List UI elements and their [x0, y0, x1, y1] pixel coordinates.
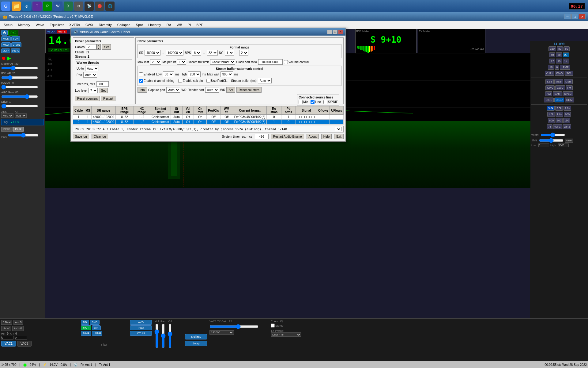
- mode-usb[interactable]: USB: [554, 79, 563, 84]
- master-af-slider[interactable]: [1, 66, 38, 71]
- mute-button[interactable]: MUTE: [57, 30, 67, 33]
- exit-btn[interactable]: Exit: [334, 134, 344, 139]
- bps-min-select[interactable]: 8: [192, 50, 201, 56]
- mode-digu[interactable]: DIGU: [554, 98, 564, 102]
- band-wwv[interactable]: WWV: [555, 71, 564, 76]
- stream-buf-ms-select[interactable]: Auto: [258, 78, 272, 83]
- maximize-button[interactable]: □: [571, 14, 578, 19]
- vol-control-label[interactable]: Volume control: [284, 60, 309, 64]
- nc-max-select[interactable]: 2: [239, 50, 248, 56]
- capture-port-select[interactable]: Auto: [166, 87, 180, 93]
- low-input[interactable]: [538, 144, 549, 147]
- band-10[interactable]: 10: [548, 65, 554, 70]
- excel-icon[interactable]: X: [64, 2, 73, 11]
- tun-button[interactable]: TUN: [11, 36, 20, 41]
- sr-max-select[interactable]: 192000: [166, 50, 183, 56]
- band-160[interactable]: 160: [548, 46, 556, 51]
- stereo-label[interactable]: Stereo: [271, 324, 305, 328]
- app-icon3[interactable]: 🔴: [95, 2, 104, 11]
- stereo-checkbox[interactable]: [271, 324, 275, 328]
- minimize-button[interactable]: ─: [564, 14, 571, 19]
- a-less-b-button[interactable]: A < B: [13, 320, 23, 325]
- enabled-label[interactable]: Enabled: [139, 72, 155, 76]
- sql-display[interactable]: SQL: -118: [1, 119, 44, 125]
- app-icon2[interactable]: 📡: [85, 2, 94, 11]
- line-label[interactable]: Line: [311, 100, 321, 104]
- vol2-slider[interactable]: [168, 324, 172, 348]
- cables-spin-up[interactable]: ▲: [96, 44, 101, 47]
- filter-1k[interactable]: 1.0k: [556, 112, 563, 117]
- log-level-set-btn[interactable]: Set: [99, 88, 108, 93]
- band-80[interactable]: 80: [557, 46, 563, 51]
- filter-var2[interactable]: Var 2: [563, 124, 571, 129]
- high-input[interactable]: [558, 144, 569, 147]
- dup-button[interactable]: DUP: [1, 48, 10, 53]
- restart-audio-btn[interactable]: Restart Audio Engine: [271, 134, 304, 139]
- band-40[interactable]: 40: [549, 52, 555, 57]
- menu-setup[interactable]: Setup: [1, 22, 15, 28]
- multirx-button[interactable]: MultiRX: [185, 334, 207, 339]
- peak-button[interactable]: Peak: [13, 127, 24, 132]
- mic-checkbox[interactable]: [299, 100, 303, 104]
- menu-xvtrs[interactable]: XVTRs: [67, 22, 82, 28]
- psa-button[interactable]: PS-A: [11, 48, 20, 53]
- mode-fm[interactable]: FM: [566, 85, 573, 90]
- vac-close-btn[interactable]: ✕: [338, 30, 343, 34]
- prio-select[interactable]: Auto: [83, 72, 97, 78]
- high-select[interactable]: 200: [188, 71, 201, 77]
- mon-button[interactable]: MON: [1, 36, 11, 41]
- portcls-label[interactable]: Use PortCls: [206, 79, 227, 83]
- reset-button[interactable]: Reset: [565, 139, 574, 143]
- filter-150[interactable]: 150: [563, 118, 570, 123]
- teams-icon[interactable]: T: [32, 2, 42, 11]
- ms-per-int-select[interactable]: 1: [177, 59, 186, 65]
- chrome-icon[interactable]: G: [1, 2, 10, 11]
- cables-spin-down[interactable]: ▼: [96, 47, 101, 50]
- photos-icon[interactable]: P: [43, 2, 52, 11]
- about-btn[interactable]: About: [307, 134, 319, 139]
- line-checkbox[interactable]: [311, 100, 315, 104]
- menu-memory[interactable]: Memory: [16, 22, 33, 28]
- browser-icon[interactable]: e: [22, 2, 31, 11]
- log-select[interactable]: [335, 127, 341, 131]
- twoton-button[interactable]: 2TON: [11, 42, 22, 47]
- freq-select[interactable]: 192000: [209, 330, 234, 335]
- filter-600[interactable]: 600: [548, 118, 555, 123]
- agc-select[interactable]: Med: [1, 113, 13, 118]
- band-lfmf[interactable]: LFMF: [560, 65, 570, 70]
- rx1-af-slider[interactable]: [1, 75, 38, 80]
- menu-diversity[interactable]: Diversity: [96, 22, 114, 28]
- filter-75[interactable]: 75: [547, 124, 552, 129]
- band-60[interactable]: 60: [564, 46, 570, 51]
- filter-1-5k[interactable]: 1.5k: [547, 112, 555, 117]
- table-row[interactable]: 2 1 48000...192000 8..32 1..2 Cable form…: [73, 120, 344, 125]
- shift-slider[interactable]: [539, 138, 564, 143]
- vac1-gain-slider[interactable]: [209, 324, 258, 329]
- channel-mixing-label[interactable]: Enable channel mixing: [139, 79, 175, 83]
- nc-min-select[interactable]: 1: [225, 50, 234, 56]
- band-vhf[interactable]: VHF+: [545, 71, 554, 76]
- stream-fmt-limit-select[interactable]: Cable format: [210, 59, 235, 65]
- snb-button[interactable]: SNB: [90, 320, 100, 325]
- mode-spec[interactable]: SPEC: [563, 91, 573, 96]
- menu-wave[interactable]: Wave: [33, 22, 47, 28]
- low-select[interactable]: 50: [163, 71, 174, 77]
- blobs-button[interactable]: Blobs: [1, 127, 13, 132]
- driver-restart-btn[interactable]: Restart: [101, 96, 115, 101]
- rx2-button[interactable]: RX2: [8, 30, 18, 36]
- vol-slider[interactable]: [154, 324, 159, 348]
- clock-corr-input[interactable]: [258, 59, 283, 65]
- pan-slider2[interactable]: [161, 324, 166, 348]
- filter-var1[interactable]: Var 1: [553, 124, 562, 129]
- vol-control-checkbox[interactable]: [284, 60, 288, 64]
- bin-button[interactable]: BIN: [92, 325, 101, 330]
- mode-cwu[interactable]: CWU: [555, 85, 565, 90]
- avg-button[interactable]: AVG: [130, 320, 152, 325]
- sr-min-select[interactable]: 48000: [145, 50, 160, 56]
- spdif-label[interactable]: S/PDIF: [323, 100, 338, 104]
- peak-button2[interactable]: Peak: [130, 325, 152, 330]
- xit-input[interactable]: [15, 336, 27, 339]
- band-6[interactable]: 6: [555, 65, 559, 70]
- mode-sam[interactable]: SAM: [553, 91, 562, 96]
- beat-button[interactable]: 0 Beat: [1, 320, 12, 325]
